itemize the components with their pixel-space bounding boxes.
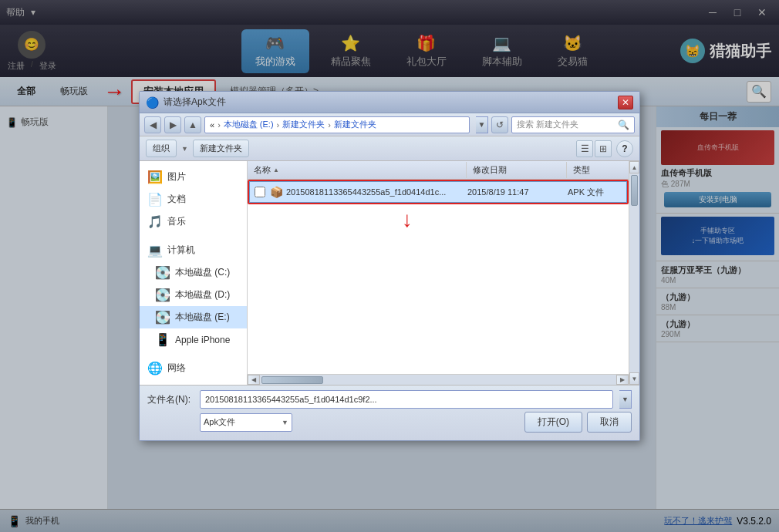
dialog-body: 🖼️ 图片 📄 文档 🎵 音乐 � xyxy=(140,161,639,385)
filename-label: 文件名(N): xyxy=(147,393,194,406)
filetype-row: Apk文件 ▼ 打开(O) 取消 xyxy=(147,412,632,433)
dialog-footer: 文件名(N): ▼ Apk文件 ▼ 打开(O) 取消 xyxy=(140,385,639,440)
path-folder1[interactable]: 新建文件夹 xyxy=(282,119,325,130)
hscroll-thumb[interactable] xyxy=(261,376,323,384)
sidebar-apple-iphone[interactable]: 📱 Apple iPhone xyxy=(140,328,247,351)
sidebar-pictures-label: 图片 xyxy=(167,170,186,184)
dropdown-arrow: ▼ xyxy=(181,145,188,153)
refresh-button[interactable]: ↺ xyxy=(491,116,508,133)
file-icon: 📦 xyxy=(267,186,286,198)
col-name-label: 名称 xyxy=(254,164,271,176)
network-icon: 🌐 xyxy=(147,361,163,375)
dialog-overlay: 🔵 请选择Apk文件 ✕ ◀ ▶ ▲ « › 本地磁盘 (E:) › 新 xyxy=(0,0,779,532)
v-scrollbar: ▲ ▼ xyxy=(629,161,639,385)
search-placeholder: 搜索 新建文件夹 xyxy=(517,119,578,130)
main-content: 📱 畅玩版 🔵 请选择Apk文件 ✕ ◀ ▶ ▲ xyxy=(0,106,779,509)
sidebar-computer[interactable]: 💻 计算机 xyxy=(140,239,247,261)
computer-icon: 💻 xyxy=(147,243,163,258)
sidebar-disk-e-label: 本地磁盘 (E:) xyxy=(175,311,230,324)
view-grid-button[interactable]: ⊞ xyxy=(595,140,612,157)
dialog-close-button[interactable]: ✕ xyxy=(618,96,633,109)
file-checkbox-input[interactable] xyxy=(255,187,265,197)
new-folder-button[interactable]: 新建文件夹 xyxy=(193,140,249,157)
filename-row: 文件名(N): ▼ xyxy=(147,390,632,409)
sidebar-network[interactable]: 🌐 网络 xyxy=(140,357,247,379)
file-name: 20150818113365443255a5_f1d0414d1c... xyxy=(286,187,464,197)
vscroll-track xyxy=(629,173,639,372)
col-type[interactable]: 类型 xyxy=(567,162,629,178)
dialog-sidebar: 🖼️ 图片 📄 文档 🎵 音乐 � xyxy=(140,161,248,385)
filetype-dropdown[interactable]: Apk文件 ▼ xyxy=(200,413,292,432)
footer-buttons: 打开(O) 取消 xyxy=(524,412,632,433)
forward-button[interactable]: ▶ xyxy=(164,116,181,133)
search-box[interactable]: 搜索 新建文件夹 🔍 xyxy=(511,116,635,133)
disk-c-icon: 💽 xyxy=(155,265,170,280)
col-date-label: 修改日期 xyxy=(473,165,507,174)
sidebar-iphone-label: Apple iPhone xyxy=(175,335,230,345)
dialog-titlebar: 🔵 请选择Apk文件 ✕ xyxy=(140,92,639,113)
file-list-area: 名称 ▲ 修改日期 类型 xyxy=(248,161,629,374)
search-icon: 🔍 xyxy=(618,120,629,130)
dialog-help-button[interactable]: ? xyxy=(616,140,633,157)
computer-section: 💻 计算机 💽 本地磁盘 (C:) 💽 本地磁盘 (D:) xyxy=(140,239,247,351)
hscroll-track xyxy=(260,375,616,385)
watermark: 9 九游 xyxy=(410,179,467,206)
file-checkbox xyxy=(250,187,267,197)
sidebar-disk-e[interactable]: 💽 本地磁盘 (E:) xyxy=(140,306,247,328)
filetype-value: Apk文件 xyxy=(204,416,235,428)
file-row[interactable]: 📦 20150818113365443255a5_f1d0414d1c... 2… xyxy=(249,181,627,203)
dialog-toolbar-row: 组织 ▼ 新建文件夹 ☰ ⊞ ? xyxy=(140,136,639,161)
file-list-header: 名称 ▲ 修改日期 类型 xyxy=(248,161,629,180)
path-local-disk[interactable]: 本地磁盘 (E:) xyxy=(224,119,274,130)
dialog-title-section: 🔵 请选择Apk文件 xyxy=(146,96,226,109)
open-button[interactable]: 打开(O) xyxy=(524,412,582,433)
sidebar-disk-d-label: 本地磁盘 (D:) xyxy=(175,288,230,301)
path-dropdown[interactable]: ▼ xyxy=(476,116,488,133)
path-folder2[interactable]: 新建文件夹 xyxy=(334,119,376,130)
col-name[interactable]: 名称 ▲ xyxy=(248,162,467,178)
vscroll-up[interactable]: ▲ xyxy=(629,161,639,173)
network-section: 🌐 网络 xyxy=(140,357,247,379)
sidebar-documents-label: 文档 xyxy=(167,193,186,206)
col-type-label: 类型 xyxy=(573,165,590,174)
dialog-title: 请选择Apk文件 xyxy=(164,96,226,109)
sidebar-disk-d[interactable]: 💽 本地磁盘 (D:) xyxy=(140,284,247,306)
iphone-icon: 📱 xyxy=(155,332,170,347)
view-details-button[interactable]: ☰ xyxy=(576,140,593,157)
vscroll-down[interactable]: ▼ xyxy=(629,372,639,385)
vscroll-thumb[interactable] xyxy=(631,175,638,206)
sidebar-disk-c[interactable]: 💽 本地磁盘 (C:) xyxy=(140,261,247,284)
filename-dropdown[interactable]: ▼ xyxy=(619,390,632,409)
sidebar-music-label: 音乐 xyxy=(167,215,186,228)
back-button[interactable]: ◀ xyxy=(144,116,161,133)
organize-button[interactable]: 组织 xyxy=(146,140,177,157)
sidebar-computer-label: 计算机 xyxy=(167,244,195,257)
sidebar-network-label: 网络 xyxy=(167,362,186,375)
center-area: 🔵 请选择Apk文件 ✕ ◀ ▶ ▲ « › 本地磁盘 (E:) › 新 xyxy=(108,106,656,509)
sidebar-pictures[interactable]: 🖼️ 图片 xyxy=(140,166,247,188)
h-scrollbar: ◀ ▶ xyxy=(248,374,629,385)
up-button[interactable]: ▲ xyxy=(184,116,201,133)
file-dialog: 🔵 请选择Apk文件 ✕ ◀ ▶ ▲ « › 本地磁盘 (E:) › 新 xyxy=(139,91,640,441)
disk-d-icon: 💽 xyxy=(155,288,170,302)
music-icon: 🎵 xyxy=(147,214,163,229)
down-arrow: ↓ xyxy=(402,207,413,232)
dropdown-arrow-icon: ▼ xyxy=(282,419,288,426)
path-box[interactable]: « › 本地磁盘 (E:) › 新建文件夹 › 新建文件夹 xyxy=(204,116,470,133)
hscroll-right[interactable]: ▶ xyxy=(616,375,629,385)
filename-input[interactable] xyxy=(200,390,613,409)
view-buttons: ☰ ⊞ xyxy=(576,140,612,157)
pictures-icon: 🖼️ xyxy=(147,170,163,184)
disk-e-icon: 💽 xyxy=(155,310,170,325)
dialog-title-icon: 🔵 xyxy=(146,96,159,109)
documents-icon: 📄 xyxy=(147,192,163,207)
sidebar-music[interactable]: 🎵 音乐 xyxy=(140,210,247,233)
sidebar-documents[interactable]: 📄 文档 xyxy=(140,188,247,210)
col-date[interactable]: 修改日期 xyxy=(467,162,567,178)
cancel-button[interactable]: 取消 xyxy=(587,412,632,433)
file-date: 2015/8/19 11:47 xyxy=(464,187,565,197)
dialog-addressbar: ◀ ▶ ▲ « › 本地磁盘 (E:) › 新建文件夹 › 新建文件夹 ▼ ↺ xyxy=(140,113,639,136)
file-type: APK 文件 xyxy=(565,187,626,198)
sidebar-disk-c-label: 本地磁盘 (C:) xyxy=(175,266,230,279)
hscroll-left[interactable]: ◀ xyxy=(248,375,260,385)
